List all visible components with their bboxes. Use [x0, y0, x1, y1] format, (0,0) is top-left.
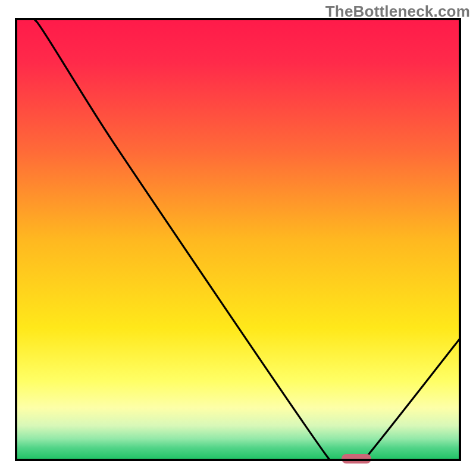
plot-area: [15, 18, 461, 461]
bottleneck-curve: [15, 18, 461, 461]
watermark-text: TheBottleneck.com: [325, 2, 470, 21]
chart-container: TheBottleneck.com: [0, 0, 476, 476]
optimal-marker: [342, 454, 371, 464]
